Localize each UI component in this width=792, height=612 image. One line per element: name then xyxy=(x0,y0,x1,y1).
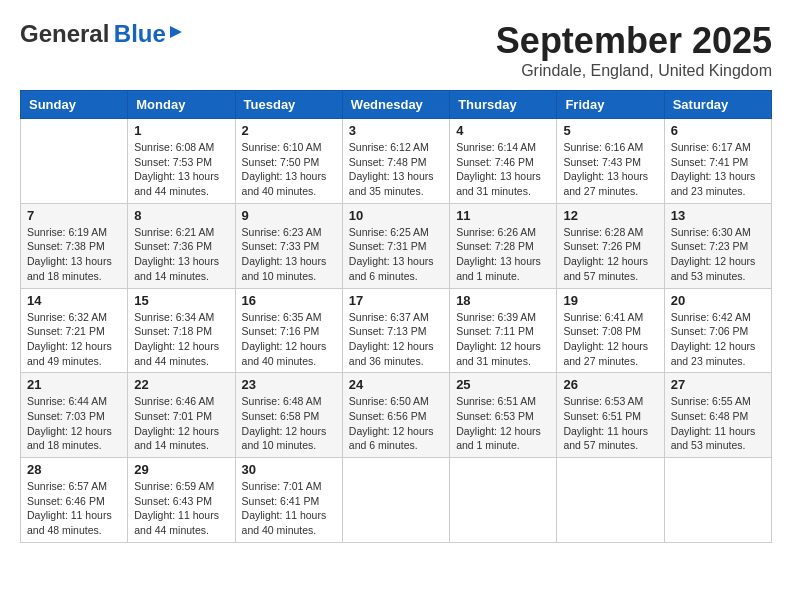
sunrise-text: Sunrise: 6:16 AM xyxy=(563,141,643,153)
day-info: Sunrise: 6:25 AMSunset: 7:31 PMDaylight:… xyxy=(349,225,443,284)
day-info: Sunrise: 6:53 AMSunset: 6:51 PMDaylight:… xyxy=(563,394,657,453)
col-sunday: Sunday xyxy=(21,91,128,119)
calendar-cell: 7Sunrise: 6:19 AMSunset: 7:38 PMDaylight… xyxy=(21,203,128,288)
sunrise-text: Sunrise: 6:44 AM xyxy=(27,395,107,407)
daylight-text: Daylight: 13 hours and 27 minutes. xyxy=(563,170,648,197)
sunset-text: Sunset: 7:26 PM xyxy=(563,240,641,252)
daylight-text: Daylight: 12 hours and 6 minutes. xyxy=(349,425,434,452)
sunrise-text: Sunrise: 6:19 AM xyxy=(27,226,107,238)
day-info: Sunrise: 6:30 AMSunset: 7:23 PMDaylight:… xyxy=(671,225,765,284)
calendar-cell: 2Sunrise: 6:10 AMSunset: 7:50 PMDaylight… xyxy=(235,119,342,204)
day-info: Sunrise: 6:48 AMSunset: 6:58 PMDaylight:… xyxy=(242,394,336,453)
logo-arrow-icon xyxy=(170,26,182,38)
daylight-text: Daylight: 13 hours and 31 minutes. xyxy=(456,170,541,197)
day-info: Sunrise: 6:51 AMSunset: 6:53 PMDaylight:… xyxy=(456,394,550,453)
sunrise-text: Sunrise: 6:21 AM xyxy=(134,226,214,238)
daylight-text: Daylight: 12 hours and 40 minutes. xyxy=(242,340,327,367)
day-number: 27 xyxy=(671,377,765,392)
sunrise-text: Sunrise: 6:17 AM xyxy=(671,141,751,153)
day-info: Sunrise: 7:01 AMSunset: 6:41 PMDaylight:… xyxy=(242,479,336,538)
title-section: September 2025 Grindale, England, United… xyxy=(496,20,772,80)
sunset-text: Sunset: 6:43 PM xyxy=(134,495,212,507)
day-number: 30 xyxy=(242,462,336,477)
daylight-text: Daylight: 12 hours and 18 minutes. xyxy=(27,425,112,452)
sunset-text: Sunset: 7:43 PM xyxy=(563,156,641,168)
sunset-text: Sunset: 7:33 PM xyxy=(242,240,320,252)
calendar-cell xyxy=(557,458,664,543)
daylight-text: Daylight: 12 hours and 36 minutes. xyxy=(349,340,434,367)
sunset-text: Sunset: 6:48 PM xyxy=(671,410,749,422)
day-info: Sunrise: 6:35 AMSunset: 7:16 PMDaylight:… xyxy=(242,310,336,369)
sunset-text: Sunset: 7:53 PM xyxy=(134,156,212,168)
day-info: Sunrise: 6:26 AMSunset: 7:28 PMDaylight:… xyxy=(456,225,550,284)
calendar-cell: 3Sunrise: 6:12 AMSunset: 7:48 PMDaylight… xyxy=(342,119,449,204)
logo-blue: Blue xyxy=(114,20,166,47)
calendar-cell xyxy=(21,119,128,204)
day-number: 20 xyxy=(671,293,765,308)
day-number: 11 xyxy=(456,208,550,223)
calendar-cell: 24Sunrise: 6:50 AMSunset: 6:56 PMDayligh… xyxy=(342,373,449,458)
calendar-week-1: 1Sunrise: 6:08 AMSunset: 7:53 PMDaylight… xyxy=(21,119,772,204)
daylight-text: Daylight: 12 hours and 27 minutes. xyxy=(563,340,648,367)
calendar-cell xyxy=(450,458,557,543)
daylight-text: Daylight: 12 hours and 10 minutes. xyxy=(242,425,327,452)
day-number: 13 xyxy=(671,208,765,223)
calendar-week-3: 14Sunrise: 6:32 AMSunset: 7:21 PMDayligh… xyxy=(21,288,772,373)
sunrise-text: Sunrise: 6:37 AM xyxy=(349,311,429,323)
calendar-cell: 8Sunrise: 6:21 AMSunset: 7:36 PMDaylight… xyxy=(128,203,235,288)
day-number: 17 xyxy=(349,293,443,308)
day-info: Sunrise: 6:12 AMSunset: 7:48 PMDaylight:… xyxy=(349,140,443,199)
calendar-cell: 9Sunrise: 6:23 AMSunset: 7:33 PMDaylight… xyxy=(235,203,342,288)
calendar-cell: 6Sunrise: 6:17 AMSunset: 7:41 PMDaylight… xyxy=(664,119,771,204)
daylight-text: Daylight: 13 hours and 6 minutes. xyxy=(349,255,434,282)
day-info: Sunrise: 6:55 AMSunset: 6:48 PMDaylight:… xyxy=(671,394,765,453)
sunset-text: Sunset: 7:50 PM xyxy=(242,156,320,168)
sunset-text: Sunset: 7:46 PM xyxy=(456,156,534,168)
daylight-text: Daylight: 12 hours and 53 minutes. xyxy=(671,255,756,282)
sunrise-text: Sunrise: 6:48 AM xyxy=(242,395,322,407)
sunrise-text: Sunrise: 6:50 AM xyxy=(349,395,429,407)
daylight-text: Daylight: 12 hours and 14 minutes. xyxy=(134,425,219,452)
calendar-week-2: 7Sunrise: 6:19 AMSunset: 7:38 PMDaylight… xyxy=(21,203,772,288)
daylight-text: Daylight: 11 hours and 40 minutes. xyxy=(242,509,327,536)
day-info: Sunrise: 6:34 AMSunset: 7:18 PMDaylight:… xyxy=(134,310,228,369)
sunrise-text: Sunrise: 6:41 AM xyxy=(563,311,643,323)
daylight-text: Daylight: 11 hours and 48 minutes. xyxy=(27,509,112,536)
day-info: Sunrise: 6:39 AMSunset: 7:11 PMDaylight:… xyxy=(456,310,550,369)
day-number: 10 xyxy=(349,208,443,223)
day-info: Sunrise: 6:16 AMSunset: 7:43 PMDaylight:… xyxy=(563,140,657,199)
calendar-cell: 23Sunrise: 6:48 AMSunset: 6:58 PMDayligh… xyxy=(235,373,342,458)
logo: General Blue xyxy=(20,20,166,48)
day-number: 15 xyxy=(134,293,228,308)
day-number: 8 xyxy=(134,208,228,223)
day-info: Sunrise: 6:41 AMSunset: 7:08 PMDaylight:… xyxy=(563,310,657,369)
day-info: Sunrise: 6:28 AMSunset: 7:26 PMDaylight:… xyxy=(563,225,657,284)
sunset-text: Sunset: 7:06 PM xyxy=(671,325,749,337)
sunrise-text: Sunrise: 6:57 AM xyxy=(27,480,107,492)
calendar-cell: 29Sunrise: 6:59 AMSunset: 6:43 PMDayligh… xyxy=(128,458,235,543)
sunset-text: Sunset: 7:13 PM xyxy=(349,325,427,337)
daylight-text: Daylight: 13 hours and 14 minutes. xyxy=(134,255,219,282)
calendar-table: Sunday Monday Tuesday Wednesday Thursday… xyxy=(20,90,772,543)
calendar-cell xyxy=(342,458,449,543)
day-number: 29 xyxy=(134,462,228,477)
daylight-text: Daylight: 13 hours and 35 minutes. xyxy=(349,170,434,197)
sunrise-text: Sunrise: 6:25 AM xyxy=(349,226,429,238)
calendar-cell: 21Sunrise: 6:44 AMSunset: 7:03 PMDayligh… xyxy=(21,373,128,458)
page-header: General Blue September 2025 Grindale, En… xyxy=(20,20,772,80)
sunrise-text: Sunrise: 6:12 AM xyxy=(349,141,429,153)
day-info: Sunrise: 6:59 AMSunset: 6:43 PMDaylight:… xyxy=(134,479,228,538)
sunrise-text: Sunrise: 6:23 AM xyxy=(242,226,322,238)
calendar-week-4: 21Sunrise: 6:44 AMSunset: 7:03 PMDayligh… xyxy=(21,373,772,458)
calendar-cell: 14Sunrise: 6:32 AMSunset: 7:21 PMDayligh… xyxy=(21,288,128,373)
col-thursday: Thursday xyxy=(450,91,557,119)
sunrise-text: Sunrise: 7:01 AM xyxy=(242,480,322,492)
sunset-text: Sunset: 7:11 PM xyxy=(456,325,534,337)
day-info: Sunrise: 6:50 AMSunset: 6:56 PMDaylight:… xyxy=(349,394,443,453)
day-info: Sunrise: 6:32 AMSunset: 7:21 PMDaylight:… xyxy=(27,310,121,369)
day-number: 26 xyxy=(563,377,657,392)
sunset-text: Sunset: 6:51 PM xyxy=(563,410,641,422)
sunset-text: Sunset: 7:03 PM xyxy=(27,410,105,422)
day-number: 21 xyxy=(27,377,121,392)
calendar-cell: 25Sunrise: 6:51 AMSunset: 6:53 PMDayligh… xyxy=(450,373,557,458)
